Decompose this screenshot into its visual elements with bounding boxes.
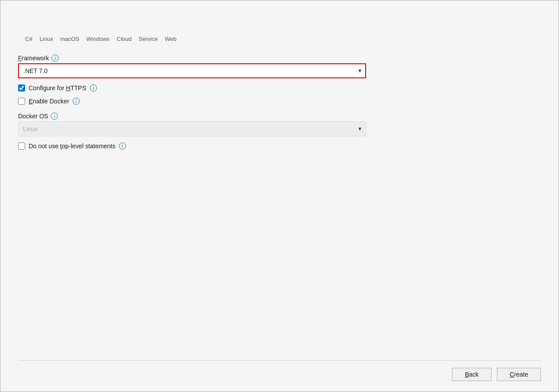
content-area: C# Linux macOS Windows Cloud Service Web… [0,16,559,360]
framework-field: Framework i .NET 7.0 .NET 6.0 .NET 5.0 .… [18,55,541,78]
framework-info-icon[interactable]: i [52,55,59,62]
configure-https-info-icon[interactable]: i [90,84,97,92]
tag-service: Service [139,36,158,42]
enable-docker-row: Enable Docker i [18,98,541,105]
docker-os-label-row: Docker OS i [18,113,541,120]
back-button[interactable]: Back [452,368,492,381]
docker-os-dropdown-wrapper: Linux Windows ▼ [18,121,366,136]
configure-https-label[interactable]: Configure for HTTPS [29,84,86,92]
footer: Back Create [0,361,559,392]
enable-docker-info-icon[interactable]: i [73,98,80,105]
tag-cloud: Cloud [117,36,132,42]
docker-os-label: Docker OS [18,113,48,120]
tag-linux: Linux [40,36,53,42]
docker-os-info-icon[interactable]: i [51,113,58,120]
dialog: C# Linux macOS Windows Cloud Service Web… [0,0,559,392]
maximize-button[interactable] [527,4,537,15]
close-button[interactable] [543,4,553,15]
tag-macos: macOS [60,36,79,42]
form-section: Framework i .NET 7.0 .NET 6.0 .NET 5.0 .… [18,55,541,150]
docker-os-dropdown[interactable]: Linux Windows [18,121,366,136]
top-level-statements-label[interactable]: Do not use top-level statements [29,143,115,150]
framework-label-row: Framework i [18,55,541,62]
configure-https-checkbox[interactable] [18,84,25,92]
framework-label: Framework [18,55,49,62]
title-bar [0,0,559,16]
docker-os-section: Docker OS i Linux Windows ▼ [18,113,541,136]
enable-docker-checkbox[interactable] [18,98,25,105]
tag-csharp: C# [25,36,33,42]
top-level-statements-checkbox[interactable] [18,143,25,150]
tag-windows: Windows [86,36,110,42]
top-level-statements-info-icon[interactable]: i [119,143,126,150]
top-level-statements-row: Do not use top-level statements i [18,143,541,150]
project-name-row: C# Linux macOS Windows Cloud Service Web [18,36,541,42]
create-button[interactable]: Create [497,368,541,381]
tag-web: Web [165,36,177,42]
framework-dropdown-wrapper: .NET 7.0 .NET 6.0 .NET 5.0 .NET Core 3.1… [18,63,366,78]
enable-docker-label[interactable]: Enable Docker [29,98,69,105]
configure-https-row: Configure for HTTPS i [18,84,541,92]
framework-dropdown[interactable]: .NET 7.0 .NET 6.0 .NET 5.0 .NET Core 3.1 [18,63,366,78]
